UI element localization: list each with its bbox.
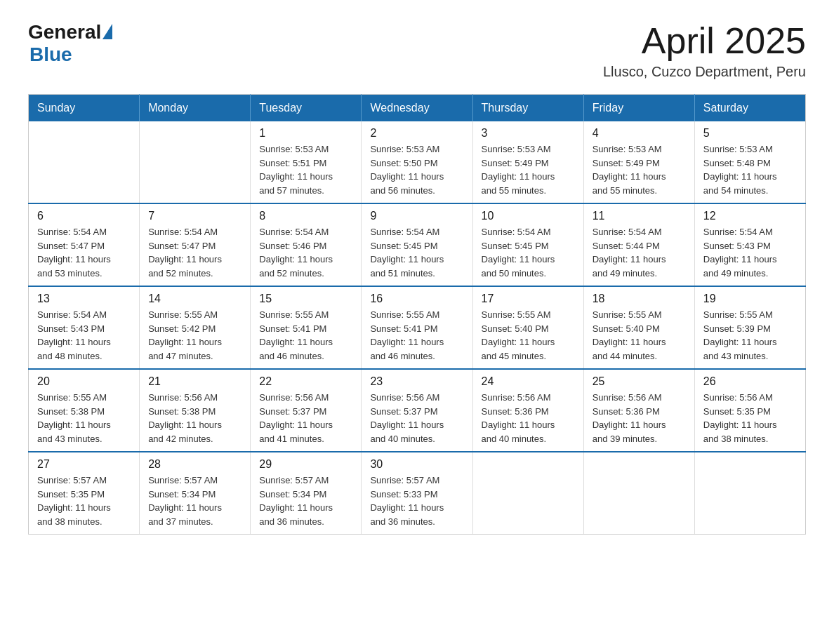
calendar-cell: 26Sunrise: 5:56 AMSunset: 5:35 PMDayligh… xyxy=(694,369,805,452)
day-info: Sunrise: 5:55 AMSunset: 5:41 PMDaylight:… xyxy=(370,308,463,363)
day-number: 23 xyxy=(370,375,463,388)
header-tuesday: Tuesday xyxy=(251,95,362,122)
calendar-week-4: 20Sunrise: 5:55 AMSunset: 5:38 PMDayligh… xyxy=(29,369,806,452)
day-number: 2 xyxy=(370,127,463,140)
day-info: Sunrise: 5:55 AMSunset: 5:41 PMDaylight:… xyxy=(259,308,352,363)
day-info: Sunrise: 5:55 AMSunset: 5:40 PMDaylight:… xyxy=(593,308,686,363)
calendar-cell: 18Sunrise: 5:55 AMSunset: 5:40 PMDayligh… xyxy=(583,286,694,369)
day-number: 21 xyxy=(148,375,241,388)
location-title: Llusco, Cuzco Department, Peru xyxy=(603,64,806,80)
day-info: Sunrise: 5:53 AMSunset: 5:51 PMDaylight:… xyxy=(259,142,352,197)
title-area: April 2025 Llusco, Cuzco Department, Per… xyxy=(603,21,806,80)
calendar-cell: 10Sunrise: 5:54 AMSunset: 5:45 PMDayligh… xyxy=(472,203,583,286)
calendar-cell: 12Sunrise: 5:54 AMSunset: 5:43 PMDayligh… xyxy=(694,203,805,286)
day-info: Sunrise: 5:54 AMSunset: 5:45 PMDaylight:… xyxy=(370,225,463,280)
calendar-cell: 17Sunrise: 5:55 AMSunset: 5:40 PMDayligh… xyxy=(472,286,583,369)
day-number: 5 xyxy=(703,127,797,140)
calendar-cell: 3Sunrise: 5:53 AMSunset: 5:49 PMDaylight… xyxy=(472,121,583,203)
day-number: 7 xyxy=(148,210,241,222)
day-number: 13 xyxy=(37,293,131,305)
day-number: 16 xyxy=(370,293,463,305)
day-info: Sunrise: 5:53 AMSunset: 5:48 PMDaylight:… xyxy=(703,142,797,197)
calendar-cell: 11Sunrise: 5:54 AMSunset: 5:44 PMDayligh… xyxy=(583,203,694,286)
calendar-table: SundayMondayTuesdayWednesdayThursdayFrid… xyxy=(28,94,806,535)
day-info: Sunrise: 5:57 AMSunset: 5:33 PMDaylight:… xyxy=(370,474,463,528)
calendar-cell: 4Sunrise: 5:53 AMSunset: 5:49 PMDaylight… xyxy=(583,121,694,203)
header-thursday: Thursday xyxy=(472,95,583,122)
calendar-cell xyxy=(583,452,694,535)
day-number: 30 xyxy=(370,458,463,471)
day-number: 27 xyxy=(37,458,131,471)
header-sunday: Sunday xyxy=(29,95,140,122)
day-info: Sunrise: 5:56 AMSunset: 5:37 PMDaylight:… xyxy=(370,391,463,445)
day-info: Sunrise: 5:53 AMSunset: 5:49 PMDaylight:… xyxy=(482,142,575,197)
day-info: Sunrise: 5:56 AMSunset: 5:37 PMDaylight:… xyxy=(259,391,352,445)
day-number: 12 xyxy=(703,210,797,222)
calendar-header-row: SundayMondayTuesdayWednesdayThursdayFrid… xyxy=(29,95,806,122)
day-info: Sunrise: 5:54 AMSunset: 5:43 PMDaylight:… xyxy=(703,225,797,280)
calendar-cell: 28Sunrise: 5:57 AMSunset: 5:34 PMDayligh… xyxy=(140,452,251,535)
day-number: 11 xyxy=(593,210,686,222)
calendar-week-2: 6Sunrise: 5:54 AMSunset: 5:47 PMDaylight… xyxy=(29,203,806,286)
calendar-week-1: 1Sunrise: 5:53 AMSunset: 5:51 PMDaylight… xyxy=(29,121,806,203)
day-number: 29 xyxy=(259,458,352,471)
day-number: 26 xyxy=(703,375,797,388)
calendar-cell: 27Sunrise: 5:57 AMSunset: 5:35 PMDayligh… xyxy=(29,452,140,535)
calendar-cell: 14Sunrise: 5:55 AMSunset: 5:42 PMDayligh… xyxy=(140,286,251,369)
day-number: 6 xyxy=(37,210,131,222)
header-wednesday: Wednesday xyxy=(362,95,472,122)
month-title: April 2025 xyxy=(603,21,806,61)
logo-blue-text: Blue xyxy=(29,43,72,66)
calendar-week-3: 13Sunrise: 5:54 AMSunset: 5:43 PMDayligh… xyxy=(29,286,806,369)
logo: General Blue xyxy=(28,21,112,66)
day-number: 19 xyxy=(703,293,797,305)
header-monday: Monday xyxy=(140,95,251,122)
day-number: 3 xyxy=(482,127,575,140)
day-number: 1 xyxy=(259,127,352,140)
day-info: Sunrise: 5:55 AMSunset: 5:38 PMDaylight:… xyxy=(37,391,131,445)
day-number: 17 xyxy=(482,293,575,305)
day-info: Sunrise: 5:56 AMSunset: 5:35 PMDaylight:… xyxy=(703,391,797,445)
calendar-cell: 25Sunrise: 5:56 AMSunset: 5:36 PMDayligh… xyxy=(583,369,694,452)
calendar-cell: 19Sunrise: 5:55 AMSunset: 5:39 PMDayligh… xyxy=(694,286,805,369)
day-number: 15 xyxy=(259,293,352,305)
calendar-cell: 13Sunrise: 5:54 AMSunset: 5:43 PMDayligh… xyxy=(29,286,140,369)
day-info: Sunrise: 5:54 AMSunset: 5:47 PMDaylight:… xyxy=(37,225,131,280)
day-info: Sunrise: 5:54 AMSunset: 5:44 PMDaylight:… xyxy=(593,225,686,280)
day-number: 8 xyxy=(259,210,352,222)
calendar-cell: 20Sunrise: 5:55 AMSunset: 5:38 PMDayligh… xyxy=(29,369,140,452)
calendar-cell: 15Sunrise: 5:55 AMSunset: 5:41 PMDayligh… xyxy=(251,286,362,369)
logo-general-text: General xyxy=(28,21,101,43)
day-number: 28 xyxy=(148,458,241,471)
day-number: 10 xyxy=(482,210,575,222)
page-header: General Blue April 2025 Llusco, Cuzco De… xyxy=(28,21,806,80)
calendar-cell xyxy=(694,452,805,535)
day-info: Sunrise: 5:53 AMSunset: 5:49 PMDaylight:… xyxy=(593,142,686,197)
calendar-cell: 5Sunrise: 5:53 AMSunset: 5:48 PMDaylight… xyxy=(694,121,805,203)
day-info: Sunrise: 5:54 AMSunset: 5:47 PMDaylight:… xyxy=(148,225,241,280)
day-info: Sunrise: 5:53 AMSunset: 5:50 PMDaylight:… xyxy=(370,142,463,197)
calendar-cell xyxy=(472,452,583,535)
calendar-cell: 22Sunrise: 5:56 AMSunset: 5:37 PMDayligh… xyxy=(251,369,362,452)
day-info: Sunrise: 5:54 AMSunset: 5:43 PMDaylight:… xyxy=(37,308,131,363)
day-number: 22 xyxy=(259,375,352,388)
calendar-cell: 23Sunrise: 5:56 AMSunset: 5:37 PMDayligh… xyxy=(362,369,472,452)
calendar-cell xyxy=(29,121,140,203)
day-info: Sunrise: 5:56 AMSunset: 5:36 PMDaylight:… xyxy=(482,391,575,445)
calendar-cell: 9Sunrise: 5:54 AMSunset: 5:45 PMDaylight… xyxy=(362,203,472,286)
day-info: Sunrise: 5:56 AMSunset: 5:38 PMDaylight:… xyxy=(148,391,241,445)
calendar-cell: 1Sunrise: 5:53 AMSunset: 5:51 PMDaylight… xyxy=(251,121,362,203)
day-info: Sunrise: 5:54 AMSunset: 5:46 PMDaylight:… xyxy=(259,225,352,280)
day-number: 20 xyxy=(37,375,131,388)
day-info: Sunrise: 5:55 AMSunset: 5:39 PMDaylight:… xyxy=(703,308,797,363)
day-number: 9 xyxy=(370,210,463,222)
calendar-cell: 6Sunrise: 5:54 AMSunset: 5:47 PMDaylight… xyxy=(29,203,140,286)
day-info: Sunrise: 5:57 AMSunset: 5:34 PMDaylight:… xyxy=(259,474,352,528)
day-number: 4 xyxy=(593,127,686,140)
calendar-week-5: 27Sunrise: 5:57 AMSunset: 5:35 PMDayligh… xyxy=(29,452,806,535)
day-info: Sunrise: 5:57 AMSunset: 5:35 PMDaylight:… xyxy=(37,474,131,528)
calendar-cell: 8Sunrise: 5:54 AMSunset: 5:46 PMDaylight… xyxy=(251,203,362,286)
calendar-cell: 24Sunrise: 5:56 AMSunset: 5:36 PMDayligh… xyxy=(472,369,583,452)
day-number: 18 xyxy=(593,293,686,305)
day-info: Sunrise: 5:56 AMSunset: 5:36 PMDaylight:… xyxy=(593,391,686,445)
